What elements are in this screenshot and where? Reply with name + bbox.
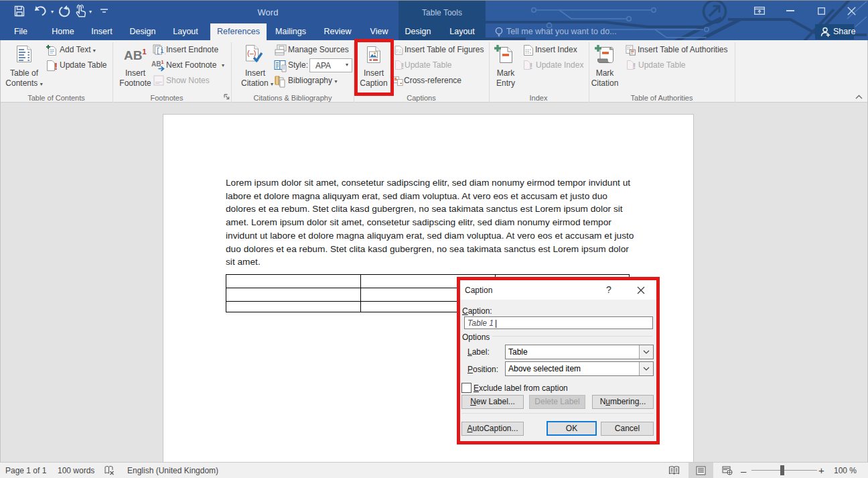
svg-text:!: !	[401, 61, 404, 71]
svg-text:(–): (–)	[247, 49, 256, 57]
svg-text:!: !	[633, 61, 636, 71]
svg-text:!: !	[54, 60, 58, 72]
svg-text:[i]: [i]	[156, 48, 165, 55]
svg-text:!: !	[530, 61, 532, 71]
